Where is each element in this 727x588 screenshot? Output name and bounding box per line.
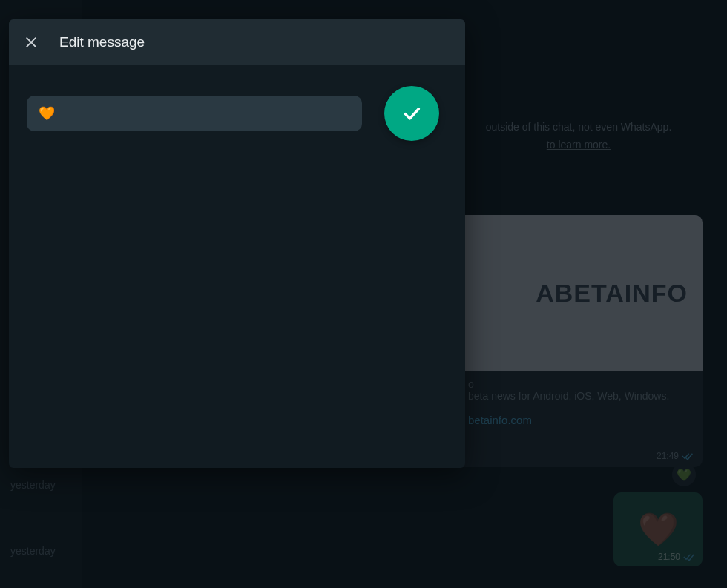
dialog-header: Edit message bbox=[9, 19, 465, 65]
edit-input-row bbox=[27, 86, 447, 141]
edit-message-dialog: Edit message bbox=[9, 19, 465, 468]
edit-message-input[interactable] bbox=[27, 96, 362, 131]
dialog-title: Edit message bbox=[59, 34, 145, 50]
close-button[interactable] bbox=[21, 32, 42, 53]
confirm-edit-button[interactable] bbox=[384, 86, 439, 141]
dialog-body bbox=[9, 65, 465, 468]
close-icon bbox=[24, 35, 39, 50]
check-icon bbox=[401, 102, 423, 125]
